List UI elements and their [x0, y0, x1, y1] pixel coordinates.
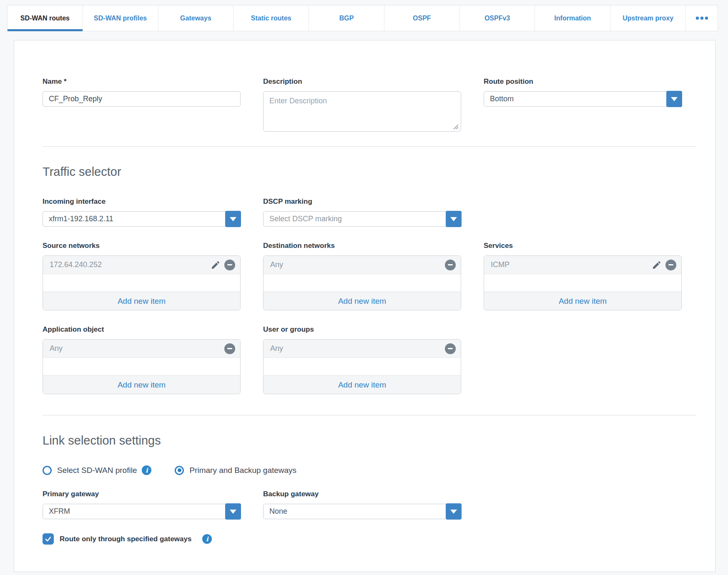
description-label: Description	[263, 78, 461, 86]
chevron-down-icon	[230, 510, 236, 514]
tab-ospf[interactable]: OSPF	[384, 5, 460, 31]
route-position-value: Bottom	[490, 95, 514, 103]
primary-gateway-field-group: Primary gateway XFRM	[43, 490, 241, 519]
link-selection-radio-row: Select SD-WAN profile i Primary and Back…	[43, 465, 696, 475]
item-list-empty-area	[43, 358, 240, 375]
remove-icon[interactable]	[445, 260, 456, 270]
primary-gateway-label: Primary gateway	[43, 490, 241, 498]
remove-icon[interactable]	[665, 260, 676, 270]
services-label: Services	[484, 242, 682, 250]
list-item: Any	[43, 340, 240, 358]
incoming-interface-label: Incoming interface	[43, 198, 241, 206]
radio-label: Select SD-WAN profile	[57, 466, 137, 475]
row-gateways: Primary gateway XFRM Backup gateway None	[43, 490, 696, 519]
more-tabs-icon	[700, 17, 703, 20]
route-position-dropdown-button[interactable]	[666, 91, 682, 107]
radio-icon[interactable]	[175, 466, 184, 475]
route-form-card: Name * Description Route position Bott	[14, 40, 715, 572]
incoming-interface-value: xfrm1-192.168.2.11	[49, 215, 113, 223]
route-only-checkbox-row: Route only through specified gateways i	[43, 533, 696, 545]
dscp-marking-value: Select DSCP marking	[269, 215, 342, 223]
application-object-box: Any Add new item	[43, 339, 241, 394]
section-divider	[43, 415, 696, 415]
services-box: ICMP Add new item	[484, 255, 682, 310]
incoming-interface-field-group: Incoming interface xfrm1-192.168.2.11	[43, 198, 241, 227]
tab-gateways[interactable]: Gateways	[158, 5, 234, 31]
primary-gateway-select[interactable]: XFRM	[43, 504, 241, 519]
tab-bgp[interactable]: BGP	[309, 5, 384, 31]
tab-ospfv3[interactable]: OSPFv3	[460, 5, 535, 31]
edit-icon[interactable]	[652, 260, 662, 270]
list-item: Any	[264, 256, 461, 274]
tab-static-routes[interactable]: Static routes	[233, 5, 309, 31]
tab-information[interactable]: Information	[535, 5, 610, 31]
list-item-value: Any	[270, 344, 445, 353]
radio-primary-backup-gateways[interactable]: Primary and Backup gateways	[175, 466, 296, 475]
row-app-users: Application object Any Add new item User…	[43, 325, 696, 394]
user-or-groups-label: User or groups	[263, 325, 461, 334]
route-position-field-group: Route position Bottom	[484, 78, 682, 107]
application-object-label: Application object	[43, 325, 241, 334]
link-selection-heading: Link selection settings	[43, 433, 696, 448]
traffic-selector-heading: Traffic selector	[43, 164, 696, 179]
destination-networks-box: Any Add new item	[263, 255, 461, 310]
list-item-value: ICMP	[491, 260, 652, 269]
route-position-label: Route position	[484, 78, 682, 86]
dscp-marking-field-group: DSCP marking Select DSCP marking	[263, 198, 461, 227]
remove-icon[interactable]	[224, 260, 235, 270]
edit-icon[interactable]	[211, 260, 221, 270]
dscp-marking-dropdown-button[interactable]	[446, 211, 462, 227]
destination-networks-add-button[interactable]: Add new item	[264, 292, 461, 310]
list-item-value: Any	[270, 260, 445, 269]
radio-label: Primary and Backup gateways	[189, 466, 296, 475]
application-object-field-group: Application object Any Add new item	[43, 325, 241, 394]
chevron-down-icon	[450, 217, 457, 221]
backup-gateway-select[interactable]: None	[263, 504, 461, 519]
item-list-empty-area	[43, 274, 240, 292]
radio-select-sdwan-profile[interactable]: Select SD-WAN profile	[43, 466, 137, 475]
list-item: ICMP	[484, 256, 681, 274]
destination-networks-label: Destination networks	[263, 242, 461, 250]
name-input[interactable]	[43, 91, 241, 107]
user-or-groups-add-button[interactable]: Add new item	[264, 375, 461, 394]
user-or-groups-box: Any Add new item	[263, 339, 461, 394]
incoming-interface-select[interactable]: xfrm1-192.168.2.11	[43, 211, 241, 227]
route-position-select[interactable]: Bottom	[484, 91, 682, 107]
radio-icon[interactable]	[43, 466, 52, 475]
more-tabs-button[interactable]	[686, 5, 718, 31]
backup-gateway-label: Backup gateway	[263, 490, 461, 498]
dscp-marking-label: DSCP marking	[263, 198, 461, 206]
dscp-marking-select[interactable]: Select DSCP marking	[263, 211, 461, 227]
section-divider	[43, 146, 696, 147]
info-icon[interactable]: i	[142, 465, 151, 475]
row-general: Name * Description Route position Bott	[43, 78, 696, 132]
primary-gateway-dropdown-button[interactable]	[225, 503, 241, 520]
chevron-down-icon	[450, 510, 457, 514]
item-list-empty-area	[264, 358, 461, 375]
remove-icon[interactable]	[224, 343, 235, 354]
remove-icon[interactable]	[445, 343, 456, 354]
item-list-empty-area	[264, 274, 461, 292]
row-networks-services: Source networks 172.64.240.252 Add new i…	[43, 242, 696, 310]
tab-upstream-proxy[interactable]: Upstream proxy	[610, 5, 686, 31]
route-only-checkbox[interactable]	[43, 533, 54, 545]
backup-gateway-dropdown-button[interactable]	[446, 503, 462, 520]
backup-gateway-field-group: Backup gateway None	[263, 490, 461, 519]
backup-gateway-value: None	[269, 507, 287, 516]
description-textarea[interactable]	[263, 91, 461, 132]
source-networks-box: 172.64.240.252 Add new item	[43, 255, 241, 310]
services-field-group: Services ICMP Add new item	[484, 242, 682, 310]
more-tabs-icon	[696, 17, 699, 20]
row-interface-dscp: Incoming interface xfrm1-192.168.2.11 DS…	[43, 198, 696, 227]
incoming-interface-dropdown-button[interactable]	[225, 211, 241, 227]
source-networks-label: Source networks	[43, 242, 241, 250]
tab-sdwan-routes[interactable]: SD-WAN routes	[8, 5, 83, 31]
tab-sdwan-profiles[interactable]: SD-WAN profiles	[83, 5, 158, 31]
info-icon[interactable]: i	[202, 534, 212, 544]
application-object-add-button[interactable]: Add new item	[43, 375, 240, 394]
list-item-value: 172.64.240.252	[50, 260, 211, 269]
route-only-checkbox-label: Route only through specified gateways	[60, 535, 191, 543]
services-add-button[interactable]: Add new item	[484, 292, 681, 310]
source-networks-add-button[interactable]: Add new item	[43, 292, 240, 310]
item-list-empty-area	[484, 274, 681, 292]
